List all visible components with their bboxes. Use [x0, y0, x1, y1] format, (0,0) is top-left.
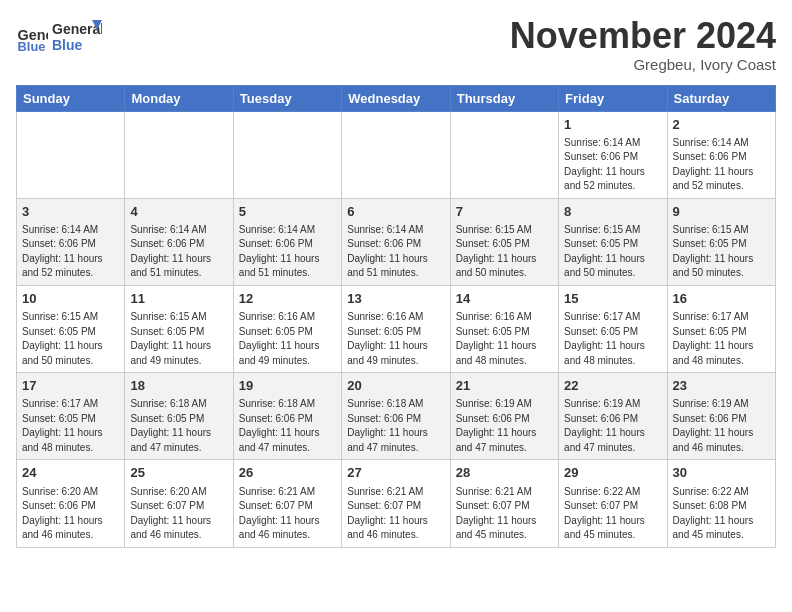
day-number: 18: [130, 377, 227, 395]
month-title: November 2024: [510, 16, 776, 56]
weekday-header-wednesday: Wednesday: [342, 85, 450, 111]
calendar-week-row: 3Sunrise: 6:14 AM Sunset: 6:06 PM Daylig…: [17, 198, 776, 285]
weekday-header-friday: Friday: [559, 85, 667, 111]
day-info: Sunrise: 6:21 AM Sunset: 6:07 PM Dayligh…: [456, 485, 553, 543]
calendar-cell: 29Sunrise: 6:22 AM Sunset: 6:07 PM Dayli…: [559, 460, 667, 547]
day-info: Sunrise: 6:14 AM Sunset: 6:06 PM Dayligh…: [564, 136, 661, 194]
weekday-header-sunday: Sunday: [17, 85, 125, 111]
weekday-header-saturday: Saturday: [667, 85, 775, 111]
day-number: 8: [564, 203, 661, 221]
calendar-week-row: 10Sunrise: 6:15 AM Sunset: 6:05 PM Dayli…: [17, 285, 776, 372]
logo: General Blue General Blue: [16, 16, 102, 60]
day-number: 3: [22, 203, 119, 221]
day-info: Sunrise: 6:16 AM Sunset: 6:05 PM Dayligh…: [347, 310, 444, 368]
calendar-cell: 16Sunrise: 6:17 AM Sunset: 6:05 PM Dayli…: [667, 285, 775, 372]
day-number: 29: [564, 464, 661, 482]
day-number: 19: [239, 377, 336, 395]
calendar-cell: 17Sunrise: 6:17 AM Sunset: 6:05 PM Dayli…: [17, 373, 125, 460]
day-number: 1: [564, 116, 661, 134]
day-info: Sunrise: 6:14 AM Sunset: 6:06 PM Dayligh…: [673, 136, 770, 194]
day-number: 26: [239, 464, 336, 482]
calendar-cell: 23Sunrise: 6:19 AM Sunset: 6:06 PM Dayli…: [667, 373, 775, 460]
day-info: Sunrise: 6:18 AM Sunset: 6:06 PM Dayligh…: [239, 397, 336, 455]
day-number: 27: [347, 464, 444, 482]
calendar-cell: 11Sunrise: 6:15 AM Sunset: 6:05 PM Dayli…: [125, 285, 233, 372]
day-info: Sunrise: 6:14 AM Sunset: 6:06 PM Dayligh…: [239, 223, 336, 281]
logo-bird-icon: General Blue: [52, 16, 102, 60]
calendar-week-row: 24Sunrise: 6:20 AM Sunset: 6:06 PM Dayli…: [17, 460, 776, 547]
calendar-cell: [17, 111, 125, 198]
day-number: 10: [22, 290, 119, 308]
calendar-cell: 3Sunrise: 6:14 AM Sunset: 6:06 PM Daylig…: [17, 198, 125, 285]
calendar-cell: 20Sunrise: 6:18 AM Sunset: 6:06 PM Dayli…: [342, 373, 450, 460]
day-number: 13: [347, 290, 444, 308]
calendar-cell: [233, 111, 341, 198]
calendar-cell: 30Sunrise: 6:22 AM Sunset: 6:08 PM Dayli…: [667, 460, 775, 547]
day-info: Sunrise: 6:22 AM Sunset: 6:08 PM Dayligh…: [673, 485, 770, 543]
day-info: Sunrise: 6:16 AM Sunset: 6:05 PM Dayligh…: [239, 310, 336, 368]
calendar-cell: 22Sunrise: 6:19 AM Sunset: 6:06 PM Dayli…: [559, 373, 667, 460]
calendar-cell: 25Sunrise: 6:20 AM Sunset: 6:07 PM Dayli…: [125, 460, 233, 547]
calendar-cell: 27Sunrise: 6:21 AM Sunset: 6:07 PM Dayli…: [342, 460, 450, 547]
location-subtitle: Gregbeu, Ivory Coast: [510, 56, 776, 73]
day-info: Sunrise: 6:17 AM Sunset: 6:05 PM Dayligh…: [22, 397, 119, 455]
calendar-cell: 14Sunrise: 6:16 AM Sunset: 6:05 PM Dayli…: [450, 285, 558, 372]
calendar-cell: [125, 111, 233, 198]
calendar-week-row: 17Sunrise: 6:17 AM Sunset: 6:05 PM Dayli…: [17, 373, 776, 460]
day-number: 25: [130, 464, 227, 482]
day-info: Sunrise: 6:14 AM Sunset: 6:06 PM Dayligh…: [22, 223, 119, 281]
day-number: 7: [456, 203, 553, 221]
day-info: Sunrise: 6:19 AM Sunset: 6:06 PM Dayligh…: [456, 397, 553, 455]
weekday-header-row: SundayMondayTuesdayWednesdayThursdayFrid…: [17, 85, 776, 111]
calendar-cell: [342, 111, 450, 198]
day-number: 4: [130, 203, 227, 221]
day-number: 11: [130, 290, 227, 308]
day-info: Sunrise: 6:18 AM Sunset: 6:06 PM Dayligh…: [347, 397, 444, 455]
day-number: 16: [673, 290, 770, 308]
logo-icon: General Blue: [16, 22, 48, 54]
calendar-cell: 19Sunrise: 6:18 AM Sunset: 6:06 PM Dayli…: [233, 373, 341, 460]
calendar-cell: 8Sunrise: 6:15 AM Sunset: 6:05 PM Daylig…: [559, 198, 667, 285]
day-number: 15: [564, 290, 661, 308]
day-info: Sunrise: 6:17 AM Sunset: 6:05 PM Dayligh…: [673, 310, 770, 368]
day-info: Sunrise: 6:15 AM Sunset: 6:05 PM Dayligh…: [22, 310, 119, 368]
weekday-header-tuesday: Tuesday: [233, 85, 341, 111]
calendar-cell: 7Sunrise: 6:15 AM Sunset: 6:05 PM Daylig…: [450, 198, 558, 285]
calendar-cell: 15Sunrise: 6:17 AM Sunset: 6:05 PM Dayli…: [559, 285, 667, 372]
weekday-header-monday: Monday: [125, 85, 233, 111]
calendar-cell: 4Sunrise: 6:14 AM Sunset: 6:06 PM Daylig…: [125, 198, 233, 285]
day-info: Sunrise: 6:20 AM Sunset: 6:06 PM Dayligh…: [22, 485, 119, 543]
day-info: Sunrise: 6:20 AM Sunset: 6:07 PM Dayligh…: [130, 485, 227, 543]
day-number: 12: [239, 290, 336, 308]
day-info: Sunrise: 6:14 AM Sunset: 6:06 PM Dayligh…: [130, 223, 227, 281]
day-info: Sunrise: 6:15 AM Sunset: 6:05 PM Dayligh…: [564, 223, 661, 281]
day-number: 20: [347, 377, 444, 395]
calendar-cell: 26Sunrise: 6:21 AM Sunset: 6:07 PM Dayli…: [233, 460, 341, 547]
day-info: Sunrise: 6:15 AM Sunset: 6:05 PM Dayligh…: [456, 223, 553, 281]
day-info: Sunrise: 6:21 AM Sunset: 6:07 PM Dayligh…: [239, 485, 336, 543]
calendar-cell: [450, 111, 558, 198]
title-block: November 2024 Gregbeu, Ivory Coast: [510, 16, 776, 73]
calendar-cell: 28Sunrise: 6:21 AM Sunset: 6:07 PM Dayli…: [450, 460, 558, 547]
svg-text:Blue: Blue: [52, 37, 83, 53]
calendar-cell: 21Sunrise: 6:19 AM Sunset: 6:06 PM Dayli…: [450, 373, 558, 460]
calendar-table: SundayMondayTuesdayWednesdayThursdayFrid…: [16, 85, 776, 548]
day-number: 30: [673, 464, 770, 482]
calendar-cell: 10Sunrise: 6:15 AM Sunset: 6:05 PM Dayli…: [17, 285, 125, 372]
calendar-cell: 24Sunrise: 6:20 AM Sunset: 6:06 PM Dayli…: [17, 460, 125, 547]
day-number: 2: [673, 116, 770, 134]
page-header: General Blue General Blue November 2024 …: [16, 16, 776, 73]
calendar-cell: 9Sunrise: 6:15 AM Sunset: 6:05 PM Daylig…: [667, 198, 775, 285]
calendar-cell: 1Sunrise: 6:14 AM Sunset: 6:06 PM Daylig…: [559, 111, 667, 198]
day-info: Sunrise: 6:15 AM Sunset: 6:05 PM Dayligh…: [673, 223, 770, 281]
day-number: 5: [239, 203, 336, 221]
day-info: Sunrise: 6:14 AM Sunset: 6:06 PM Dayligh…: [347, 223, 444, 281]
day-info: Sunrise: 6:22 AM Sunset: 6:07 PM Dayligh…: [564, 485, 661, 543]
day-info: Sunrise: 6:15 AM Sunset: 6:05 PM Dayligh…: [130, 310, 227, 368]
calendar-week-row: 1Sunrise: 6:14 AM Sunset: 6:06 PM Daylig…: [17, 111, 776, 198]
day-number: 9: [673, 203, 770, 221]
weekday-header-thursday: Thursday: [450, 85, 558, 111]
day-info: Sunrise: 6:18 AM Sunset: 6:05 PM Dayligh…: [130, 397, 227, 455]
calendar-cell: 6Sunrise: 6:14 AM Sunset: 6:06 PM Daylig…: [342, 198, 450, 285]
day-info: Sunrise: 6:17 AM Sunset: 6:05 PM Dayligh…: [564, 310, 661, 368]
